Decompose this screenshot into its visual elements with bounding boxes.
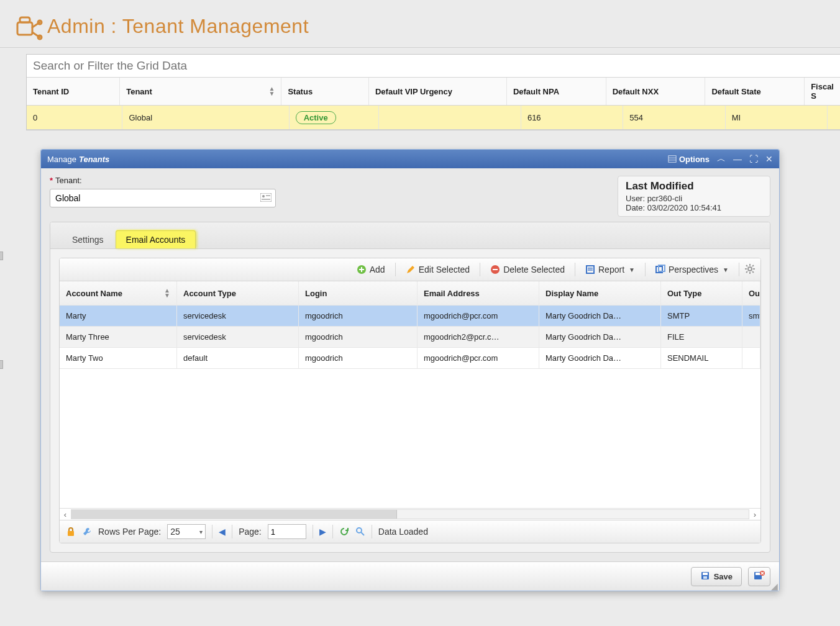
save-icon bbox=[700, 571, 710, 583]
col-tenant[interactable]: Tenant▲▼ bbox=[120, 78, 281, 105]
col-account-name[interactable]: Account Name▲▼ bbox=[60, 281, 177, 305]
next-page-icon[interactable]: ▶ bbox=[319, 527, 326, 537]
svg-rect-32 bbox=[703, 573, 708, 575]
perspectives-button[interactable]: Perspectives▼ bbox=[651, 263, 734, 276]
scroll-thumb[interactable] bbox=[71, 510, 397, 519]
resize-grip-icon[interactable]: ◢ bbox=[771, 583, 778, 589]
rows-per-page-label: Rows Per Page: bbox=[98, 527, 161, 537]
delete-icon bbox=[490, 265, 500, 274]
edge-mark bbox=[0, 360, 3, 369]
page-input[interactable] bbox=[268, 524, 306, 539]
svg-rect-28 bbox=[68, 531, 74, 536]
col-default-state[interactable]: Default State bbox=[705, 78, 805, 105]
wrench-icon[interactable] bbox=[82, 527, 92, 537]
scroll-right-icon[interactable]: › bbox=[749, 510, 760, 519]
col-default-npa[interactable]: Default NPA bbox=[507, 78, 606, 105]
sort-icon: ▲▼ bbox=[268, 86, 275, 96]
page-title: Admin : Tenant Management bbox=[47, 15, 309, 38]
add-button[interactable]: Add bbox=[352, 263, 390, 276]
pencil-icon bbox=[406, 265, 416, 274]
col-display-name[interactable]: Display Name bbox=[539, 281, 661, 305]
col-fiscal[interactable]: Fiscal S bbox=[805, 78, 840, 105]
col-status[interactable]: Status bbox=[281, 78, 369, 105]
svg-point-29 bbox=[357, 528, 362, 533]
maximize-icon[interactable]: ⛶ bbox=[749, 154, 758, 164]
grid-search-input[interactable] bbox=[32, 58, 836, 73]
col-email[interactable]: Email Address bbox=[418, 281, 539, 305]
svg-rect-35 bbox=[756, 573, 760, 575]
svg-rect-10 bbox=[262, 199, 270, 200]
perspectives-icon bbox=[655, 265, 665, 274]
edge-mark bbox=[0, 252, 3, 260]
search-icon[interactable] bbox=[355, 527, 365, 537]
page-label: Page: bbox=[239, 527, 262, 537]
table-row[interactable]: Marty servicedesk mgoodrich mgoodrich@pc… bbox=[60, 306, 760, 327]
svg-line-26 bbox=[752, 265, 754, 266]
svg-rect-0 bbox=[17, 22, 32, 35]
picker-icon[interactable] bbox=[260, 193, 272, 204]
table-row[interactable]: Marty Three servicedesk mgoodrich mgoodr… bbox=[60, 327, 760, 348]
col-tenant-id[interactable]: Tenant ID bbox=[27, 78, 120, 105]
grid-status: Data Loaded bbox=[378, 527, 428, 537]
svg-rect-4 bbox=[669, 156, 676, 163]
close-icon[interactable]: ✕ bbox=[765, 154, 773, 164]
svg-point-8 bbox=[262, 195, 265, 197]
rows-per-page-select[interactable]: 25▾ bbox=[167, 524, 206, 539]
add-icon bbox=[357, 265, 367, 274]
options-menu[interactable]: Options bbox=[668, 155, 710, 164]
tenant-grid: Tenant ID Tenant▲▼ Status Default VIP Ur… bbox=[26, 54, 840, 130]
refresh-icon[interactable] bbox=[339, 527, 349, 537]
svg-line-24 bbox=[746, 265, 747, 266]
svg-line-25 bbox=[752, 271, 754, 273]
col-default-vip[interactable]: Default VIP Urgency bbox=[369, 78, 507, 105]
save-close-button[interactable] bbox=[748, 567, 770, 586]
prev-page-icon[interactable]: ◀ bbox=[219, 527, 226, 537]
col-out-type[interactable]: Out Type bbox=[661, 281, 742, 305]
svg-rect-15 bbox=[588, 268, 593, 269]
tenant-input[interactable] bbox=[54, 193, 260, 204]
col-login[interactable]: Login bbox=[299, 281, 418, 305]
status-badge: Active bbox=[296, 111, 336, 124]
svg-rect-16 bbox=[588, 270, 593, 271]
tab-email-accounts[interactable]: Email Accounts bbox=[116, 230, 196, 248]
minimize-icon[interactable]: — bbox=[733, 154, 742, 164]
lock-icon[interactable] bbox=[66, 527, 76, 537]
tenant-field-label: *Tenant: bbox=[50, 176, 276, 185]
col-out-host[interactable]: Out Host bbox=[742, 281, 760, 305]
save-button[interactable]: Save bbox=[691, 567, 742, 586]
report-icon bbox=[585, 265, 595, 274]
tenant-row[interactable]: 0 Global Active 616 554 MI bbox=[27, 106, 840, 130]
report-button[interactable]: Report▼ bbox=[580, 263, 640, 276]
last-modified-box: Last Modified User: pcr360-cli Date: 03/… bbox=[618, 176, 770, 217]
manage-tenants-panel: Manage Tenants Options ︿ — ⛶ ✕ *Tenant: bbox=[40, 149, 780, 591]
svg-line-30 bbox=[361, 532, 364, 535]
sort-icon: ▲▼ bbox=[164, 288, 170, 298]
svg-line-27 bbox=[746, 271, 747, 273]
col-account-type[interactable]: Account Type bbox=[177, 281, 299, 305]
svg-rect-1 bbox=[20, 17, 30, 22]
tab-settings[interactable]: Settings bbox=[62, 230, 114, 248]
table-row[interactable]: Marty Two default mgoodrich mgoodrich@pc… bbox=[60, 348, 760, 369]
admin-icon bbox=[12, 10, 45, 42]
scroll-left-icon[interactable]: ‹ bbox=[60, 510, 71, 519]
gear-icon[interactable] bbox=[744, 263, 756, 276]
svg-rect-33 bbox=[703, 576, 707, 579]
email-grid-header: Account Name▲▼ Account Type Login Email … bbox=[60, 281, 760, 306]
delete-selected-button[interactable]: Delete Selected bbox=[485, 263, 570, 276]
collapse-icon[interactable]: ︿ bbox=[717, 153, 726, 165]
svg-rect-7 bbox=[260, 193, 272, 202]
modal-titlebar[interactable]: Manage Tenants Options ︿ — ⛶ ✕ bbox=[41, 150, 779, 168]
svg-rect-13 bbox=[493, 269, 498, 270]
horizontal-scrollbar[interactable]: ‹ › bbox=[60, 508, 760, 520]
svg-point-19 bbox=[748, 267, 752, 271]
svg-rect-9 bbox=[266, 195, 270, 196]
edit-selected-button[interactable]: Edit Selected bbox=[401, 263, 475, 276]
col-default-nxx[interactable]: Default NXX bbox=[606, 78, 706, 105]
